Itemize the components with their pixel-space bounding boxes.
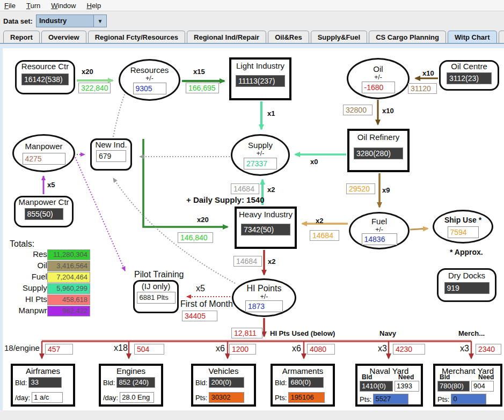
hi-points-value: 1873 xyxy=(245,300,283,312)
totals-row-manpwr: Manpwr: 962,422 xyxy=(5,306,91,317)
node-light-industry: Light Industry 11113(237) xyxy=(229,57,291,100)
factory-title: Airframes xyxy=(13,366,73,375)
flow-amount: 32800 xyxy=(343,105,372,115)
tab-global[interactable]: Global xyxy=(499,31,504,43)
flow-amount: 31120 xyxy=(408,83,437,94)
field-label: Bld: xyxy=(103,379,115,387)
resource-ctr-value: 16142(538) xyxy=(21,73,69,85)
first-of-month-label: First of Month xyxy=(180,299,233,309)
merch-label: Merch... xyxy=(458,329,485,337)
tab-supply-fuel[interactable]: Supply&Fuel xyxy=(311,31,367,43)
pilot-training-title: Pilot Training xyxy=(134,270,184,279)
multiplier-label: x10 xyxy=(422,69,434,77)
node-pilot-training: (IJ only) 6881 Plts xyxy=(133,280,179,313)
factory-airframes: Airframes Bld:33 /day:1 a/c xyxy=(11,364,75,407)
flow-amount: 322,840 xyxy=(78,83,111,93)
merchant-yard-bld-value: 780(80) xyxy=(437,381,470,392)
tab-bar: Report Overview Regional Fcty/Resources … xyxy=(0,30,504,44)
totals-row-res: Res: 11,280,304 xyxy=(5,249,91,261)
menu-help[interactable]: Help xyxy=(86,2,101,10)
multiplier-label: x10 xyxy=(382,107,394,115)
node-title: Dry Docks xyxy=(439,271,495,281)
tab-oil-res[interactable]: Oil&Res xyxy=(268,31,309,43)
chart-top-strip xyxy=(0,45,504,48)
totals-row-supply: Supply: 5,960,299 xyxy=(5,283,91,294)
flow-amount: 12,811 xyxy=(231,328,262,338)
multiplier-label: x6 xyxy=(292,344,301,353)
combobox-dropdown-button[interactable]: ▼ xyxy=(93,15,106,27)
witp-tracker-window: File Turn Window Help Data set: Industry… xyxy=(0,0,504,420)
flow-amount: 457 xyxy=(45,344,73,355)
flow-amount: 14684 xyxy=(310,230,339,241)
naval-yard-pts-value: 5527 xyxy=(373,394,408,404)
node-title: New Ind. xyxy=(92,140,130,150)
multiplier-label: x2 xyxy=(268,257,275,266)
node-oil: Oil +/- -1680 xyxy=(347,58,410,99)
flow-amount: 4230 xyxy=(393,344,425,355)
menu-bar: File Turn Window Help xyxy=(0,0,504,11)
vehicles-pts-value: 30302 xyxy=(209,392,244,403)
oil-centre-value: 3112(23) xyxy=(447,72,492,84)
node-manpower: Manpower 4275 xyxy=(12,134,75,172)
node-sub: +/- xyxy=(145,75,153,82)
chevron-down-icon: ▼ xyxy=(97,18,103,24)
totals-value: 962,422 xyxy=(47,306,90,316)
multiplier-label: x3 xyxy=(378,344,387,353)
menu-file[interactable]: File xyxy=(4,2,16,10)
tab-overview[interactable]: Overview xyxy=(41,31,86,43)
node-dry-docks: Dry Docks 919 xyxy=(437,268,496,302)
tab-regional-ind-repair[interactable]: Regional Ind/Repair xyxy=(187,31,266,43)
node-ship-use: Ship Use * 7594 xyxy=(433,210,493,244)
field-label: /day: xyxy=(103,394,118,402)
totals-value: 458,618 xyxy=(47,294,90,305)
node-new-ind: New Ind. 679 xyxy=(90,138,132,171)
field-label: Pts: xyxy=(275,394,287,402)
multiplier-label: x5 xyxy=(196,284,205,293)
multiplier-label: x2 xyxy=(316,217,323,225)
node-supply: Supply +/- 27337 xyxy=(231,134,290,176)
dataset-label: Data set: xyxy=(3,17,33,25)
totals-row-oil: Oil: 3,416,564 xyxy=(5,261,91,272)
tab-regional-fcty-resources[interactable]: Regional Fcty/Resources xyxy=(88,31,185,43)
node-title: Manpower xyxy=(25,142,62,151)
field-label: Bld: xyxy=(15,379,27,387)
col-header-bld: Bld xyxy=(362,373,372,381)
per-engine-label: 18/engine xyxy=(4,343,40,352)
window-bottom-strip xyxy=(0,410,504,420)
field-label: Pts: xyxy=(360,395,371,403)
node-title: Manpower Ctr xyxy=(16,197,72,207)
factory-armaments: Armaments Bld:680(0) Pts:195106 xyxy=(271,364,335,407)
tab-report[interactable]: Report xyxy=(3,31,40,43)
totals-label: Fuel: xyxy=(32,272,49,281)
navy-label: Navy xyxy=(379,329,396,337)
tab-cs-cargo-planning[interactable]: CS Cargo Planning xyxy=(369,31,446,43)
tab-witp-chart[interactable]: Witp Chart xyxy=(448,31,497,43)
node-sub: +/- xyxy=(374,74,382,80)
node-title: HI Points xyxy=(247,284,282,293)
node-oil-refinery: Oil Refinery 3280(280) xyxy=(347,129,410,172)
menu-turn[interactable]: Turn xyxy=(26,2,40,10)
multiplier-label: x5 xyxy=(47,181,55,189)
merchant-yard-need-value: 904 xyxy=(471,381,494,392)
node-title: Resource Ctr xyxy=(17,62,74,71)
node-title: Supply xyxy=(248,141,273,150)
node-title: Oil Centre xyxy=(441,62,498,71)
node-resources: Resources +/- 9305 xyxy=(119,59,180,101)
factory-title: Vehicles xyxy=(193,366,254,375)
multiplier-label: x20 xyxy=(197,216,209,224)
totals-value: 3,416,564 xyxy=(47,261,90,271)
col-header-need: Need xyxy=(478,373,494,381)
menu-window[interactable]: Window xyxy=(51,2,76,10)
flow-amount: 504 xyxy=(134,344,164,355)
node-title: Ship Use * xyxy=(444,215,481,225)
naval-yard-need-value: 1393 xyxy=(395,381,419,392)
approx-note: * Approx. xyxy=(450,248,483,256)
oil-value: -1680 xyxy=(362,82,395,93)
multiplier-label: x18 xyxy=(114,343,128,353)
dataset-combobox[interactable]: Industry ▼ xyxy=(36,14,107,27)
field-label: Bld: xyxy=(275,379,287,387)
totals-label: HI Pts: xyxy=(25,294,49,304)
flow-amount: 14684 xyxy=(231,183,259,194)
multiplier-label: x0 xyxy=(310,158,318,166)
flow-amount: 14684 xyxy=(233,256,262,267)
